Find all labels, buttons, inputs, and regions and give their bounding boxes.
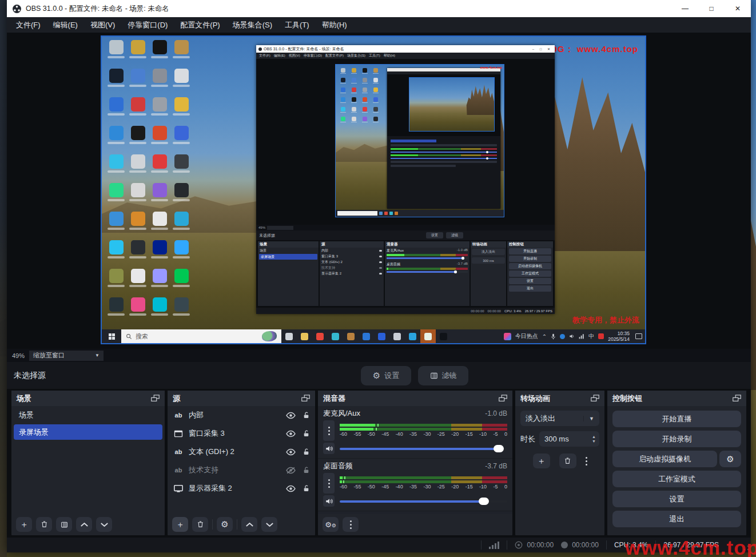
controls-title: 控制按钮 <box>612 393 642 404</box>
virtual-camera-config-button[interactable]: ⚙ <box>719 451 741 467</box>
eye-icon[interactable] <box>286 430 296 437</box>
remove-scene-button[interactable] <box>36 517 52 532</box>
desktop-icon <box>151 124 168 152</box>
speaker-icon <box>325 445 333 452</box>
zoom-mode-select[interactable]: 缩放至窗口 ▼ <box>29 351 104 361</box>
inner-obs-window: OBS 31.0.0 - 配置文件: 未命名 - 场景: 未命名 – □ ✕ 文… <box>256 45 555 314</box>
taskbar-app-icon <box>389 329 405 343</box>
unlock-icon[interactable] <box>303 448 310 456</box>
taskbar-app-icon <box>436 329 451 343</box>
preview-zoom-row: 49% 缩放至窗口 ▼ <box>7 349 751 362</box>
desktop-icon <box>340 75 346 85</box>
program-preview[interactable]: BLOG： www.4cm.top 教学专用，禁止外流 OBS 31.0.0 -… <box>101 35 646 344</box>
unlock-icon[interactable] <box>303 411 310 419</box>
desktop-icon <box>351 95 357 105</box>
chevron-down-icon: ▼ <box>95 353 100 358</box>
channel-menu-button[interactable] <box>323 473 335 494</box>
desktop-icon <box>129 124 146 152</box>
eye-off-icon[interactable] <box>286 467 296 474</box>
desktop-icon <box>173 66 190 95</box>
spin-arrows[interactable]: ▲▼ <box>588 435 599 443</box>
volume-slider[interactable] <box>340 444 507 453</box>
remove-source-button[interactable] <box>192 517 208 532</box>
captured-taskbar: 搜索 今日热点 ⌃ 中 10:35 2025/5/14 <box>102 329 645 343</box>
mixer-title: 混音器 <box>323 393 345 404</box>
menu-tools[interactable]: 工具(T) <box>278 20 316 30</box>
desktop-icon <box>108 38 125 66</box>
popout-icon[interactable] <box>733 395 741 402</box>
menu-help[interactable]: 帮助(H) <box>316 20 353 30</box>
source-properties-button[interactable]: ⚙ <box>217 517 233 532</box>
virtual-camera-button[interactable]: 启动虚拟摄像机 <box>612 451 717 467</box>
desktop-icon <box>340 66 346 75</box>
taskbar-app-icons <box>281 329 451 343</box>
scene-up-button[interactable] <box>76 517 92 532</box>
maximize-button[interactable]: □ <box>698 0 725 17</box>
trash-icon <box>564 457 571 465</box>
close-button[interactable]: ✕ <box>725 0 751 17</box>
mixer-menu-button[interactable] <box>343 517 359 532</box>
unlock-icon[interactable] <box>303 484 310 492</box>
popout-icon[interactable] <box>499 395 507 402</box>
transition-select[interactable]: 淡入淡出 ▼ <box>520 411 599 426</box>
unlock-icon[interactable] <box>303 466 310 474</box>
start-recording-button[interactable]: 开始录制 <box>612 431 741 447</box>
advanced-audio-button[interactable]: ⚙⚙ <box>323 517 339 532</box>
source-down-button[interactable] <box>261 517 277 532</box>
transition-menu-button[interactable] <box>586 457 587 466</box>
scene-item-selected[interactable]: 录屏场景 <box>14 424 162 440</box>
popout-icon[interactable] <box>151 395 160 402</box>
menu-file[interactable]: 文件(F) <box>10 20 47 30</box>
channel-menu-button[interactable] <box>323 420 335 441</box>
source-row[interactable]: ab 内部 <box>168 406 315 424</box>
popout-icon[interactable] <box>591 395 599 402</box>
menu-docks[interactable]: 停靠窗口(D) <box>121 20 174 30</box>
scene-filters-button[interactable] <box>56 517 72 532</box>
minimize-button[interactable]: — <box>672 0 698 17</box>
add-transition-button[interactable]: ＋ <box>533 453 550 468</box>
controls-panel: 控制按钮 开始直播 开始录制 启动虚拟摄像机 ⚙ 工作室模式 设置 退出 <box>607 391 746 535</box>
menu-scene-collection[interactable]: 场景集合(S) <box>226 20 278 30</box>
source-row[interactable]: 窗口采集 3 <box>168 424 315 443</box>
eye-icon[interactable] <box>286 485 296 492</box>
add-source-button[interactable]: ＋ <box>172 517 188 532</box>
studio-mode-button[interactable]: 工作室模式 <box>612 471 741 487</box>
source-row[interactable]: 显示器采集 2 <box>168 479 315 498</box>
properties-button[interactable]: ⚙ 设置 <box>361 366 411 385</box>
filters-button[interactable]: 滤镜 <box>418 366 468 385</box>
desktop-icon <box>351 114 357 124</box>
volume-slider[interactable] <box>340 497 507 506</box>
scene-item[interactable]: 场景 <box>14 407 162 423</box>
popout-icon[interactable] <box>301 395 310 402</box>
slider-handle[interactable] <box>479 498 489 505</box>
start-streaming-button[interactable]: 开始直播 <box>612 411 741 427</box>
clock-time: 10:35 <box>608 331 630 336</box>
slider-handle[interactable] <box>494 445 504 452</box>
remove-transition-button[interactable] <box>559 453 576 468</box>
eye-icon[interactable] <box>286 448 296 456</box>
mute-button[interactable] <box>323 443 335 454</box>
desktop-icon <box>173 266 190 295</box>
chevron-up-icon <box>81 522 88 527</box>
desktop-icon <box>373 66 379 75</box>
settings-button[interactable]: 设置 <box>612 491 741 507</box>
menu-edit[interactable]: 编辑(E) <box>47 20 84 30</box>
desktop-icon <box>340 114 346 124</box>
exit-button[interactable]: 退出 <box>612 511 741 527</box>
title-bar[interactable]: OBS 31.0.0 - 配置文件: 未命名 - 场景: 未命名 — □ ✕ <box>7 0 751 17</box>
text-source-icon: ab <box>173 412 184 419</box>
scene-down-button[interactable] <box>96 517 112 532</box>
unlock-icon[interactable] <box>303 429 310 437</box>
dock-panels: 场景 场景 录屏场景 ＋ <box>7 389 751 538</box>
add-scene-button[interactable]: ＋ <box>16 517 32 532</box>
menu-view[interactable]: 视图(V) <box>84 20 121 30</box>
duration-spinbox[interactable]: 300 ms ▲▼ <box>539 431 599 447</box>
eye-icon[interactable] <box>286 412 296 419</box>
source-row-hidden[interactable]: ab 技术支持 <box>168 461 315 479</box>
menu-profile[interactable]: 配置文件(P) <box>174 20 226 30</box>
source-row[interactable]: ab 文本 (GDI+) 2 <box>168 443 315 461</box>
preview-canvas: BLOG： www.4cm.top 教学专用，禁止外流 OBS 31.0.0 -… <box>7 33 751 349</box>
source-up-button[interactable] <box>241 517 257 532</box>
mute-button[interactable] <box>323 495 335 507</box>
desktop-icon <box>373 75 379 85</box>
